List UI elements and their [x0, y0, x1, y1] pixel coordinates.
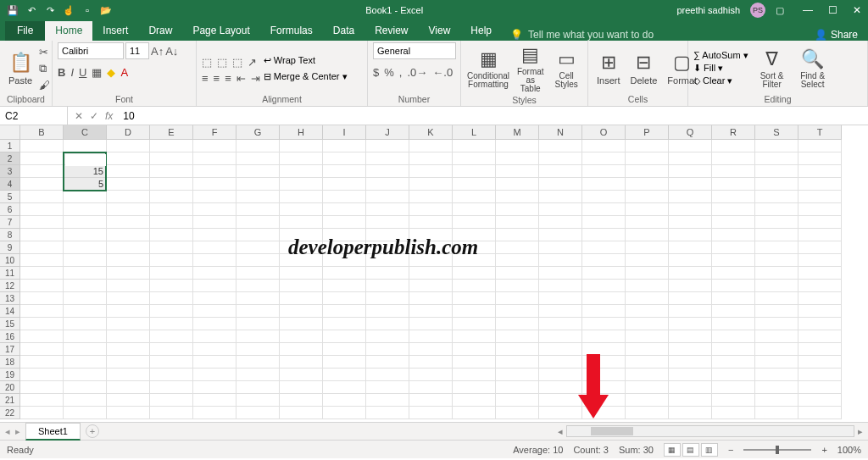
cell[interactable] — [409, 203, 453, 216]
cell[interactable] — [539, 241, 582, 254]
cell[interactable] — [366, 343, 409, 356]
cell[interactable] — [236, 203, 280, 216]
format-painter-icon[interactable]: 🖌 — [39, 79, 50, 91]
tab-data[interactable]: Data — [323, 21, 364, 41]
cell[interactable] — [755, 394, 798, 407]
cell[interactable] — [712, 165, 755, 178]
tell-me-input[interactable]: Tell me what you want to do — [528, 29, 654, 41]
cell[interactable] — [626, 280, 669, 292]
cell[interactable] — [453, 330, 496, 343]
cell[interactable] — [496, 305, 539, 318]
cell[interactable] — [366, 305, 409, 318]
cell[interactable] — [798, 356, 842, 369]
cell[interactable] — [755, 407, 798, 419]
row-header-11[interactable]: 11 — [0, 267, 20, 280]
cell[interactable] — [107, 140, 150, 152]
cell[interactable] — [20, 191, 64, 203]
cell[interactable] — [323, 267, 366, 280]
cell[interactable] — [193, 305, 236, 318]
cell[interactable] — [150, 140, 193, 152]
cell[interactable] — [107, 407, 150, 419]
cell[interactable] — [409, 152, 453, 165]
cell[interactable] — [236, 267, 280, 280]
cell[interactable] — [366, 165, 409, 178]
cell[interactable] — [280, 140, 323, 152]
cell[interactable] — [107, 178, 150, 191]
cell[interactable] — [236, 381, 280, 394]
cell[interactable] — [20, 254, 64, 267]
cell[interactable] — [236, 140, 280, 152]
cell[interactable] — [150, 216, 193, 229]
cell[interactable] — [409, 305, 453, 318]
cell[interactable] — [755, 178, 798, 191]
cell[interactable] — [669, 280, 712, 292]
conditional-formatting-button[interactable]: ▦Conditional Formatting — [466, 47, 510, 91]
cell[interactable] — [323, 356, 366, 369]
cell[interactable] — [150, 152, 193, 165]
cell[interactable] — [280, 292, 323, 305]
row-header-15[interactable]: 15 — [0, 318, 20, 330]
cell[interactable] — [236, 280, 280, 292]
cell[interactable] — [798, 203, 842, 216]
cell[interactable] — [409, 292, 453, 305]
cell[interactable] — [409, 318, 453, 330]
cell[interactable] — [236, 254, 280, 267]
paste-button[interactable]: 📋 Paste — [5, 50, 36, 87]
cell[interactable] — [626, 394, 669, 407]
cell[interactable] — [582, 216, 626, 229]
format-as-table-button[interactable]: ▤Format as Table — [512, 42, 548, 95]
cell[interactable] — [20, 292, 64, 305]
cell[interactable] — [539, 152, 582, 165]
cell[interactable] — [626, 229, 669, 241]
cell[interactable] — [409, 407, 453, 419]
cell[interactable] — [64, 369, 107, 381]
cell[interactable] — [409, 191, 453, 203]
cell[interactable] — [193, 369, 236, 381]
cell[interactable] — [193, 292, 236, 305]
cell[interactable] — [323, 394, 366, 407]
cell[interactable] — [107, 330, 150, 343]
increase-indent-icon[interactable]: ⇥ — [251, 72, 260, 85]
row-header-4[interactable]: 4 — [0, 178, 20, 191]
cell[interactable] — [798, 241, 842, 254]
cell[interactable] — [712, 241, 755, 254]
cell[interactable] — [280, 191, 323, 203]
cell[interactable] — [669, 140, 712, 152]
col-header-t[interactable]: T — [798, 125, 842, 140]
cell[interactable] — [366, 140, 409, 152]
cell-styles-button[interactable]: ▭Cell Styles — [550, 47, 582, 91]
cell[interactable] — [64, 254, 107, 267]
cell[interactable] — [755, 152, 798, 165]
cell[interactable] — [64, 140, 107, 152]
cell[interactable] — [712, 369, 755, 381]
cell[interactable] — [496, 152, 539, 165]
cell[interactable] — [280, 165, 323, 178]
cell[interactable] — [798, 229, 842, 241]
decrease-decimal-icon[interactable]: ←.0 — [432, 66, 453, 79]
cell[interactable] — [626, 216, 669, 229]
save-icon[interactable]: 💾 — [7, 5, 19, 16]
col-header-h[interactable]: H — [280, 125, 323, 140]
cell[interactable] — [323, 178, 366, 191]
cell[interactable] — [193, 280, 236, 292]
touch-icon[interactable]: ☝ — [63, 5, 75, 16]
cell[interactable] — [20, 152, 64, 165]
cell[interactable] — [107, 152, 150, 165]
cell[interactable] — [150, 191, 193, 203]
cell[interactable] — [20, 140, 64, 152]
cell[interactable] — [280, 407, 323, 419]
cell[interactable] — [669, 343, 712, 356]
cell[interactable] — [409, 140, 453, 152]
cell[interactable] — [582, 267, 626, 280]
cell[interactable] — [107, 356, 150, 369]
sheet-nav-next-icon[interactable]: ▸ — [15, 426, 20, 437]
copy-icon[interactable]: ⧉ — [39, 62, 50, 75]
cell[interactable] — [150, 165, 193, 178]
cell[interactable] — [712, 394, 755, 407]
cell[interactable] — [20, 381, 64, 394]
cell[interactable] — [453, 203, 496, 216]
row-header-14[interactable]: 14 — [0, 305, 20, 318]
tab-draw[interactable]: Draw — [138, 21, 182, 41]
row-header-2[interactable]: 2 — [0, 152, 20, 165]
cell[interactable] — [582, 292, 626, 305]
